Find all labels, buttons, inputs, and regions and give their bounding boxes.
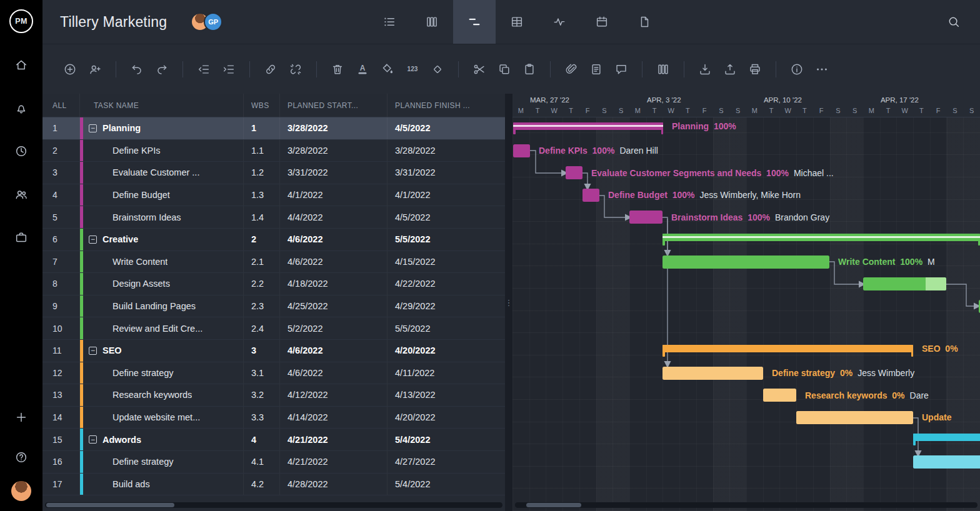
gantt-bar-creative-r6[interactable] — [662, 234, 980, 241]
gantt-horizontal-scrollbar[interactable] — [515, 502, 978, 508]
column-header-task-name[interactable]: TASK NAME — [80, 94, 244, 117]
gantt-view-tab[interactable] — [453, 0, 496, 44]
task-row-5[interactable]: 5Brainstorm Ideas1.44/4/20224/5/2022 — [42, 206, 505, 229]
add-task-button[interactable] — [58, 57, 82, 82]
notes-button[interactable] — [584, 57, 609, 82]
gantt-bar-evaluate-customer-segments-and-needs[interactable] — [566, 166, 582, 179]
gantt-scrollbar-thumb[interactable] — [526, 503, 581, 507]
milestone-button[interactable] — [425, 57, 450, 82]
planned-finish-cell: 3/28/2022 — [388, 140, 505, 162]
unlink-tasks-button[interactable] — [283, 57, 308, 82]
assign-user-icon — [88, 62, 102, 76]
gantt-bar-label: Define Budget 100%Jess Wimberly, Mike Ho… — [608, 189, 801, 202]
notifications-button[interactable] — [0, 86, 42, 129]
task-row-1[interactable]: 1−Planning13/28/20224/5/2022 — [42, 117, 505, 140]
delete-button[interactable] — [325, 57, 350, 82]
document-view-tab[interactable] — [623, 0, 666, 44]
task-row-15[interactable]: 15−Adwords44/21/20225/4/2022 — [42, 429, 505, 451]
task-row-17[interactable]: 17Build ads4.24/28/20225/4/2022 — [42, 474, 505, 496]
milestone-icon — [431, 62, 444, 76]
task-row-8[interactable]: 8Design Assets2.24/18/20224/22/2022 — [42, 273, 505, 295]
week-label: APR, 17 '22 — [881, 96, 919, 104]
copy-button[interactable] — [492, 57, 517, 82]
table-horizontal-scrollbar[interactable] — [45, 502, 502, 508]
gantt-bar-define-budget[interactable] — [582, 189, 599, 202]
columns-icon — [656, 62, 670, 76]
columns-button[interactable] — [651, 57, 676, 82]
clock-button[interactable] — [0, 129, 42, 172]
task-row-12[interactable]: 12Define strategy3.14/6/20224/11/2022 — [42, 362, 505, 385]
add-button[interactable] — [0, 397, 42, 437]
task-row-6[interactable]: 6−Creative24/6/20225/5/2022 — [42, 229, 505, 251]
home-button[interactable] — [0, 43, 42, 86]
collapse-toggle-icon[interactable]: − — [89, 236, 97, 244]
gantt-bar-research-keywords[interactable] — [763, 389, 796, 402]
calendar-view-tab[interactable] — [581, 0, 623, 44]
pane-splitter[interactable]: ⋮ — [505, 94, 512, 511]
task-row-3[interactable]: 3Evaluate Customer ...1.23/31/20223/31/2… — [42, 162, 505, 184]
task-name: Creative — [102, 234, 138, 244]
gantt-bar-seo[interactable] — [662, 345, 913, 352]
gantt-bar-define-kpis[interactable] — [513, 144, 530, 157]
fill-color-button[interactable] — [375, 57, 400, 82]
help-button[interactable] — [0, 437, 42, 477]
comment-button[interactable] — [609, 57, 634, 82]
gantt-bar-brainstorm-ideas[interactable] — [629, 211, 662, 224]
column-header-planned-start[interactable]: PLANNED START... — [280, 94, 388, 117]
text-color-button[interactable] — [350, 57, 375, 82]
gantt-bar-update[interactable] — [796, 411, 913, 424]
profile-avatar[interactable] — [11, 481, 31, 501]
cut-button[interactable] — [467, 57, 492, 82]
assign-user-button[interactable] — [82, 57, 108, 82]
task-row-13[interactable]: 13Research keywords3.24/12/20224/13/2022 — [42, 384, 505, 407]
task-name-cell: Research keywords — [80, 384, 244, 406]
gantt-bar-creative-r8[interactable] — [863, 277, 946, 290]
collapse-toggle-icon[interactable]: − — [89, 347, 97, 355]
task-row-9[interactable]: 9Build Landing Pages2.34/25/20224/29/202… — [42, 295, 505, 318]
team-button[interactable] — [0, 172, 42, 216]
task-row-14[interactable]: 14Update website met...3.34/14/20224/20/… — [42, 407, 505, 429]
redo-button[interactable] — [149, 57, 174, 82]
outdent-button[interactable] — [191, 57, 216, 82]
info-button[interactable] — [784, 57, 809, 82]
task-row-4[interactable]: 4Define Budget1.34/1/20224/1/2022 — [42, 184, 505, 207]
member-avatars[interactable]: GP — [191, 12, 222, 31]
briefcase-button[interactable] — [0, 216, 42, 259]
app-logo[interactable]: PM — [9, 9, 33, 33]
task-row-11[interactable]: 11−SEO34/6/20224/20/2022 — [42, 340, 505, 362]
column-header-wbs[interactable]: WBS — [244, 94, 280, 117]
number-format-button[interactable] — [400, 57, 425, 82]
indent-button[interactable] — [216, 57, 241, 82]
gantt-bar-define-strategy[interactable] — [662, 367, 763, 380]
column-header-all[interactable]: ALL — [42, 94, 80, 117]
gantt-bar-adwords-r16[interactable] — [913, 455, 980, 469]
gantt-bar-write-content[interactable] — [662, 255, 829, 269]
task-row-7[interactable]: 7Write Content2.14/6/20224/15/2022 — [42, 251, 505, 274]
planned-finish-cell: 4/27/2022 — [388, 451, 505, 473]
task-row-10[interactable]: 10Review and Edit Cre...2.45/2/20225/5/2… — [42, 317, 505, 340]
gantt-bar-planning[interactable] — [513, 122, 663, 130]
task-row-16[interactable]: 16Define strategy4.14/21/20224/27/2022 — [42, 451, 505, 474]
search-button[interactable] — [941, 0, 966, 44]
collapse-toggle-icon[interactable]: − — [89, 124, 97, 132]
table-scrollbar-thumb[interactable] — [46, 503, 174, 507]
task-name: Build ads — [112, 479, 150, 489]
task-row-2[interactable]: 2Define KPIs1.13/28/20223/28/2022 — [42, 140, 505, 162]
print-button[interactable] — [742, 57, 768, 82]
sheet-view-tab[interactable] — [496, 0, 538, 44]
list-view-tab[interactable] — [368, 0, 411, 44]
attachment-button[interactable] — [559, 57, 584, 82]
column-header-planned-finish[interactable]: PLANNED FINISH ... — [388, 94, 505, 117]
export-button[interactable] — [718, 57, 742, 82]
group-color-strip — [80, 140, 83, 162]
board-view-tab[interactable] — [411, 0, 453, 44]
gantt-bar-adwords-r15[interactable] — [913, 434, 980, 441]
member-avatar-gp[interactable]: GP — [204, 12, 222, 31]
more-options-button[interactable] — [809, 57, 834, 82]
import-button[interactable] — [692, 57, 718, 82]
paste-button[interactable] — [517, 57, 542, 82]
link-tasks-button[interactable] — [258, 57, 283, 82]
collapse-toggle-icon[interactable]: − — [89, 435, 97, 444]
activity-view-tab[interactable] — [538, 0, 581, 44]
undo-button[interactable] — [124, 57, 149, 82]
